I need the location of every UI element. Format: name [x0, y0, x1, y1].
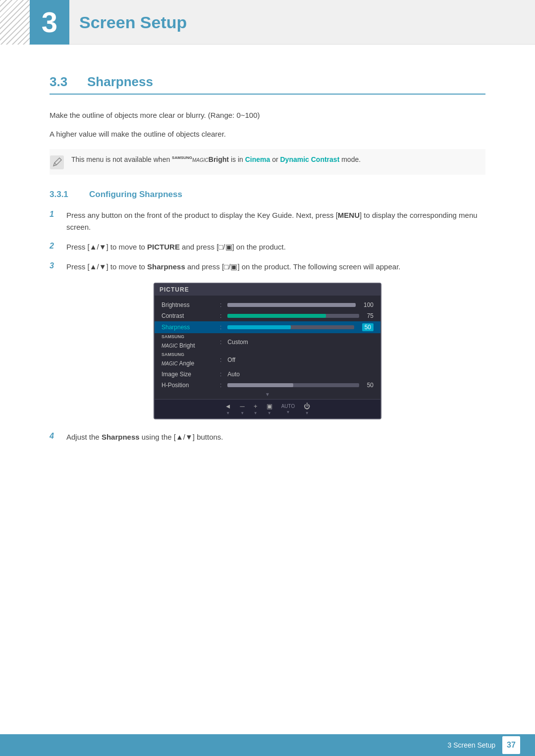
brightness-bar — [227, 303, 356, 307]
step-2: 2 Press [▲/▼] to move to PICTURE and pre… — [50, 241, 485, 253]
monitor-row-contrast: Contrast : 75 — [155, 310, 380, 321]
monitor-row-sharpness: Sharpness : 50 — [155, 321, 380, 333]
subsection-number: 3.3.1 — [50, 190, 84, 200]
icon-power: ⏻ ▼ — [304, 403, 310, 415]
magic-bright-label: SAMSUNG MAGIC Bright — [161, 335, 216, 349]
monitor-row-hposition: H-Position : 50 — [155, 380, 380, 391]
svg-rect-0 — [50, 155, 64, 169]
step-1-text: Press any button on the front of the pro… — [66, 209, 485, 233]
step-3-number: 3 — [50, 261, 59, 270]
note-text: This menu is not available when SAMSUNGM… — [71, 154, 361, 165]
magic-angle-value: Off — [227, 356, 235, 363]
section-heading: 3.3 Sharpness — [50, 74, 485, 95]
hposition-label: H-Position — [161, 382, 216, 389]
magic-bright-value: Custom — [227, 339, 248, 346]
step-4-text: Adjust the Sharpness using the [▲/▼] but… — [66, 431, 223, 443]
sharpness-value: 50 — [362, 323, 374, 331]
sharpness-fill — [227, 325, 291, 329]
hposition-fill — [227, 383, 293, 387]
main-content: 3.3 Sharpness Make the outline of object… — [0, 64, 535, 481]
step-4-number: 4 — [50, 432, 59, 441]
note-cinema: Cinema — [245, 155, 270, 163]
step-3: 3 Press [▲/▼] to move to Sharpness and p… — [50, 261, 485, 273]
chapter-title: Screen Setup — [79, 12, 187, 32]
section-number: 3.3 — [50, 74, 79, 90]
footer-text: 3 Screen Setup — [447, 741, 495, 749]
monitor-screenshot: PICTURE Brightness : 100 Contrast : 75 — [154, 283, 381, 419]
brightness-value: 100 — [364, 302, 374, 308]
note-dynamic-contrast: Dynamic Contrast — [280, 155, 340, 163]
page-footer: 3 Screen Setup 37 — [0, 734, 535, 756]
brightness-fill — [227, 303, 356, 307]
chapter-number-block: 3 — [30, 0, 69, 45]
icon-auto: AUTO ▼ — [281, 403, 295, 414]
steps-list: 1 Press any button on the front of the p… — [50, 209, 485, 273]
monitor-row-magic-angle: SAMSUNG MAGIC Angle : Off — [155, 351, 380, 369]
body-paragraph-2: A higher value will make the outline of … — [50, 128, 485, 140]
sharpness-bar — [227, 325, 354, 329]
body-paragraph-1: Make the outline of objects more clear o… — [50, 109, 485, 121]
section-title: Sharpness — [87, 74, 153, 90]
monitor-body: Brightness : 100 Contrast : 75 Sharpness… — [155, 296, 380, 418]
step-3-text: Press [▲/▼] to move to Sharpness and pre… — [66, 261, 400, 273]
monitor-row-magic-bright: SAMSUNG MAGIC Bright : Custom — [155, 333, 380, 351]
more-indicator: ▼ — [155, 391, 380, 399]
brightness-label: Brightness — [161, 302, 216, 308]
note-box: This menu is not available when SAMSUNGM… — [50, 149, 485, 175]
note-icon — [50, 155, 64, 170]
hposition-value: 50 — [367, 382, 374, 389]
step-1-number: 1 — [50, 210, 59, 219]
icon-plus: + ▼ — [254, 403, 258, 415]
contrast-fill — [227, 314, 326, 318]
chapter-header: 3 Screen Setup — [0, 0, 535, 45]
chapter-number: 3 — [42, 8, 57, 37]
image-size-value: Auto — [227, 371, 240, 378]
monitor-row-brightness: Brightness : 100 — [155, 300, 380, 310]
hposition-bar — [227, 383, 359, 387]
monitor-row-image-size: Image Size : Auto — [155, 369, 380, 380]
step-2-number: 2 — [50, 242, 59, 251]
icon-enter: ▣ ▼ — [267, 403, 272, 415]
contrast-bar — [227, 314, 359, 318]
footer-page-number: 37 — [502, 736, 520, 754]
step-1: 1 Press any button on the front of the p… — [50, 209, 485, 233]
contrast-value: 75 — [367, 312, 374, 319]
step-4: 4 Adjust the Sharpness using the [▲/▼] b… — [50, 431, 485, 443]
sharpness-label: Sharpness — [161, 324, 216, 331]
magic-angle-label: SAMSUNG MAGIC Angle — [161, 353, 216, 367]
icon-left: ◄ ▼ — [225, 403, 231, 415]
monitor-header-label: PICTURE — [155, 284, 380, 296]
step-2-text: Press [▲/▼] to move to PICTURE and press… — [66, 241, 286, 253]
subsection-title: Configuring Sharpness — [89, 190, 182, 200]
image-size-label: Image Size — [161, 371, 216, 378]
monitor-icon-row: ◄ ▼ ─ ▼ + ▼ ▣ ▼ AUTO ▼ — [155, 399, 380, 418]
contrast-label: Contrast — [161, 312, 216, 319]
subsection-heading: 3.3.1 Configuring Sharpness — [50, 190, 485, 200]
icon-minus: ─ ▼ — [240, 403, 245, 415]
